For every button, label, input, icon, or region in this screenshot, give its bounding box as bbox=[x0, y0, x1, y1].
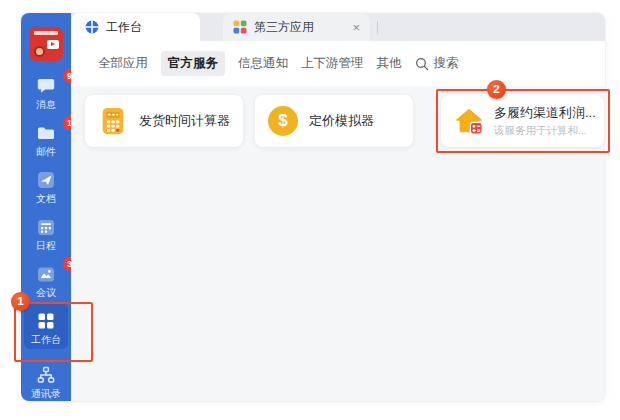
sidebar: 99+ 消息 1 邮件 文档 日程 bbox=[21, 13, 71, 401]
avatar-banner-text bbox=[34, 31, 58, 35]
tab-label: 工作台 bbox=[106, 19, 142, 36]
search-button[interactable]: 搜索 bbox=[415, 55, 459, 72]
sidebar-item-meetings[interactable]: 3 会议 bbox=[21, 264, 71, 299]
sidebar-item-label: 会议 bbox=[36, 287, 56, 298]
calculator-icon bbox=[98, 106, 128, 136]
dollar-icon: $ bbox=[268, 106, 298, 136]
sidebar-item-messages[interactable]: 99+ 消息 bbox=[21, 76, 71, 111]
calendar-icon bbox=[36, 217, 56, 237]
nav-supply-chain[interactable]: 上下游管理 bbox=[301, 55, 364, 72]
house-calculator-icon bbox=[454, 106, 484, 136]
workbench-tab-icon bbox=[85, 20, 99, 34]
search-label: 搜索 bbox=[434, 55, 459, 72]
app-title: 定价模拟器 bbox=[309, 112, 374, 130]
sidebar-item-label: 通讯录 bbox=[31, 388, 61, 399]
app-title: 多履约渠道利润... bbox=[494, 104, 596, 122]
close-tab-icon[interactable]: × bbox=[348, 20, 364, 35]
meeting-video-icon: 3 bbox=[36, 264, 56, 284]
tab-third-party-apps[interactable]: 第三方应用 × bbox=[223, 13, 370, 41]
app-card-shipping-time-calculator[interactable]: 发货时间计算器 bbox=[85, 95, 243, 147]
org-chart-icon bbox=[36, 365, 56, 385]
app-card-multi-channel-profit[interactable]: 多履约渠道利润... 该服务用于计算和... bbox=[441, 95, 604, 147]
avatar-cartoon-face bbox=[34, 46, 45, 57]
nav-notifications[interactable]: 信息通知 bbox=[238, 55, 288, 72]
nav-others[interactable]: 其他 bbox=[377, 55, 402, 72]
app-window: 99+ 消息 1 邮件 文档 日程 bbox=[21, 13, 605, 401]
tab-workbench[interactable]: 工作台 bbox=[71, 13, 200, 41]
app-subtitle: 该服务用于计算和... bbox=[494, 124, 596, 138]
mail-icon: 1 bbox=[36, 123, 56, 143]
search-icon bbox=[415, 57, 429, 71]
screenshot-canvas: 99+ 消息 1 邮件 文档 日程 bbox=[0, 0, 620, 420]
sidebar-item-label: 日程 bbox=[36, 240, 56, 251]
nav-all-apps[interactable]: 全部应用 bbox=[98, 55, 148, 72]
video-play-icon bbox=[47, 40, 59, 49]
chat-bubble-icon: 99+ bbox=[36, 76, 56, 96]
tab-divider bbox=[377, 21, 378, 34]
third-party-apps-icon bbox=[233, 20, 247, 34]
sidebar-item-label: 邮件 bbox=[36, 146, 56, 157]
app-title: 发货时间计算器 bbox=[139, 112, 230, 130]
sidebar-item-contacts[interactable]: 通讯录 bbox=[21, 365, 71, 400]
tab-bar: 工作台 第三方应用 × bbox=[71, 13, 605, 41]
sidebar-item-docs[interactable]: 文档 bbox=[21, 170, 71, 205]
sidebar-item-workbench[interactable]: 工作台 bbox=[24, 303, 68, 349]
sidebar-item-label: 工作台 bbox=[31, 334, 61, 345]
main-area: 工作台 第三方应用 × 全部应用 官方服务 信息通知 上下游管理 其他 搜索 bbox=[71, 13, 605, 401]
sidebar-item-label: 文档 bbox=[36, 193, 56, 204]
tab-label: 第三方应用 bbox=[254, 19, 314, 36]
nav-official-services[interactable]: 官方服务 bbox=[161, 51, 225, 76]
sidebar-item-mail[interactable]: 1 邮件 bbox=[21, 123, 71, 158]
category-nav: 全部应用 官方服务 信息通知 上下游管理 其他 搜索 bbox=[71, 41, 605, 86]
app-grid: 发货时间计算器 $ 定价模拟器 多履约 bbox=[71, 86, 605, 401]
sidebar-item-calendar[interactable]: 日程 bbox=[21, 217, 71, 252]
app-card-pricing-simulator[interactable]: $ 定价模拟器 bbox=[255, 95, 413, 147]
workbench-grid-icon bbox=[36, 311, 56, 331]
docs-icon bbox=[36, 170, 56, 190]
user-avatar[interactable] bbox=[29, 27, 63, 61]
sidebar-item-label: 消息 bbox=[36, 99, 56, 110]
